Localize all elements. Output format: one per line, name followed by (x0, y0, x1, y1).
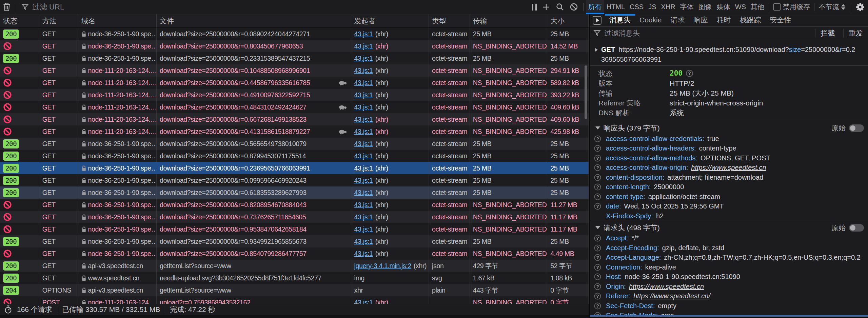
header-row[interactable]: ?access-control-allow-origin:https://www… (590, 163, 868, 173)
filter-url-input[interactable]: 过滤 URL (19, 2, 529, 12)
request-row[interactable]: GETnode-36-250-1-90.spe…download?size=25… (0, 223, 589, 235)
filter-tab-2[interactable]: HTML (604, 0, 627, 14)
column-header-4[interactable]: 文件 (157, 14, 351, 27)
header-value[interactable]: https://www.speedtest.cn (629, 283, 704, 291)
initiator-link[interactable]: 43.js:1 (354, 101, 373, 113)
request-row[interactable]: GETnode-111-20-163-124.…download?size=25… (0, 113, 589, 125)
details-tab-4[interactable]: 响应 (689, 14, 712, 26)
header-row[interactable]: X-Firefox-Spdy:h2 (590, 211, 868, 221)
initiator-link[interactable]: 43.js:1 (354, 113, 373, 125)
header-row[interactable]: ?content-type:application/octet-stream (590, 192, 868, 202)
initiator-link[interactable]: 43.js:1 (354, 223, 373, 235)
initiator-link[interactable]: 43.js:1 (354, 186, 373, 199)
block-button[interactable]: 拦截 (815, 29, 840, 38)
filter-tab-7[interactable]: 图像 (696, 0, 714, 14)
search-button[interactable] (553, 0, 567, 14)
filter-tab-6[interactable]: 字体 (678, 0, 696, 14)
raw-toggle[interactable] (849, 224, 864, 232)
request-row[interactable]: GETnode-111-20-163-124.…download?size=25… (0, 64, 589, 77)
column-header-3[interactable]: 域名 (78, 14, 157, 27)
header-row[interactable]: ?content-disposition:attachment; filenam… (590, 173, 868, 182)
header-row[interactable]: ?access-control-allow-methods:OPTIONS, G… (590, 153, 868, 163)
details-tab-3[interactable]: 请求 (666, 14, 689, 26)
details-tab-1[interactable]: 消息头 (605, 14, 635, 26)
initiator-link[interactable]: 43.js:1 (354, 247, 373, 260)
header-value[interactable]: https://www.speedtest.cn (691, 164, 766, 172)
request-row[interactable]: POSTnode-111-20-163-124.…upload?r=0.7593… (0, 296, 589, 304)
help-icon[interactable]: ? (594, 283, 601, 290)
settings-button[interactable] (852, 0, 868, 14)
details-tab-7[interactable]: 安全性 (765, 14, 795, 26)
initiator-link[interactable]: 43.js:1 (354, 89, 373, 101)
initiator-link[interactable]: 43.js:1 (354, 40, 373, 52)
help-icon[interactable]: ? (594, 293, 601, 300)
help-icon[interactable]: ? (686, 70, 693, 77)
split-console-icon[interactable] (593, 16, 601, 25)
initiator-link[interactable]: 43.js:1 (354, 162, 373, 174)
clear-requests-button[interactable] (0, 0, 14, 14)
filter-tab-4[interactable]: JS (646, 0, 658, 14)
request-list-scrollbar[interactable] (585, 65, 587, 119)
help-icon[interactable]: ? (594, 145, 601, 152)
help-icon[interactable]: ? (594, 244, 601, 251)
header-row[interactable]: ?Origin:https://www.speedtest.cn (590, 282, 868, 292)
filter-tab-3[interactable]: CSS (627, 0, 646, 14)
details-tab-2[interactable]: Cookie (635, 14, 666, 26)
help-icon[interactable]: ? (594, 155, 601, 161)
details-tab-5[interactable]: 耗时 (712, 14, 735, 26)
help-icon[interactable]: ? (594, 164, 601, 171)
initiator-link[interactable]: 43.js:1 (354, 199, 373, 211)
expand-caret-icon[interactable] (595, 48, 598, 52)
header-value[interactable]: https://www.speedtest.cn/ (633, 292, 710, 300)
request-row[interactable]: GETnode-36-250-1-90.spe…download?size=25… (0, 211, 589, 223)
request-headers-section[interactable]: 请求头 (498 字节) 原始 (590, 222, 868, 234)
request-row[interactable]: GETnode-36-250-1-90.spe…download?size=25… (0, 40, 589, 52)
request-row[interactable]: GETnode-111-20-163-124.…download?size=25… (0, 125, 589, 138)
resend-button[interactable]: 重发 (843, 29, 868, 38)
header-row[interactable]: ?Accept-Encoding:gzip, deflate, br, zstd (590, 243, 868, 253)
header-row[interactable]: ?Referer:https://www.speedtest.cn/ (590, 292, 868, 301)
initiator-link[interactable]: 43.js:1 (354, 174, 373, 186)
help-icon[interactable]: ? (594, 264, 601, 271)
initiator-link[interactable]: 43.js:1 (354, 235, 373, 247)
initiator-link[interactable]: 43.js:1 (354, 296, 373, 304)
block-request-button[interactable] (567, 0, 581, 14)
initiator-link[interactable]: 43.js:1 (354, 64, 373, 77)
header-row[interactable]: ?Sec-Fetch-Dest:empty (590, 301, 868, 311)
header-row[interactable]: ?Accept:*/* (590, 234, 868, 243)
request-row[interactable]: 200GETnode-36-250-1-90.spe…download?size… (0, 138, 589, 150)
request-row[interactable]: GETnode-111-20-163-124.…download?size=25… (0, 77, 589, 89)
request-row[interactable]: 200GETnode-36-250-1-90.spe…download?size… (0, 28, 589, 40)
request-row[interactable]: 200GETnode-36-250-1-90.spe…download?size… (0, 235, 589, 247)
throttle-select[interactable]: 不节流 (817, 2, 847, 12)
filter-tab-8[interactable]: 媒体 (714, 0, 733, 14)
help-icon[interactable]: ? (594, 203, 601, 210)
disable-cache-checkbox[interactable]: 禁用缓存 (772, 2, 812, 12)
initiator-link[interactable]: 43.js:1 (354, 150, 373, 162)
help-icon[interactable]: ? (594, 302, 601, 309)
request-row[interactable]: 200GETnode-36-250-1-90.spe…download?size… (0, 186, 589, 199)
request-row[interactable]: GETnode-36-250-1-90.spe…download?size=25… (0, 199, 589, 211)
help-icon[interactable]: ? (594, 174, 601, 181)
help-icon[interactable]: ? (594, 184, 601, 191)
help-icon[interactable]: ? (594, 135, 601, 142)
help-icon[interactable]: ? (594, 235, 601, 242)
initiator-link[interactable]: 43.js:1 (354, 28, 373, 40)
request-row[interactable]: 200GETnode-36-250-1-90.spe…download?size… (0, 174, 589, 186)
request-row[interactable]: GETnode-36-250-1-90.spe…download?size=25… (0, 247, 589, 260)
filter-tab-9[interactable]: WS (733, 0, 748, 14)
request-row[interactable]: GETnode-111-20-163-124.…download?size=25… (0, 89, 589, 101)
new-request-button[interactable] (539, 0, 553, 14)
request-row[interactable]: 200GETwww.speedtest.cnneedle-upload.svg?… (0, 272, 589, 284)
initiator-link[interactable]: 43.js:1 (354, 125, 373, 138)
request-row[interactable]: 200GETnode-36-250-1-90.spe…download?size… (0, 162, 589, 174)
column-header-5[interactable]: 发起者 (351, 14, 429, 27)
filter-tab-10[interactable]: 其他 (748, 0, 767, 14)
initiator-link[interactable]: 43.js:1 (354, 77, 373, 89)
header-row[interactable]: ?date:Wed, 15 Oct 2025 15:29:56 GMT (590, 202, 868, 212)
filter-tab-5[interactable]: XHR (659, 0, 678, 14)
help-icon[interactable]: ? (594, 254, 601, 261)
column-header-1[interactable]: 状态 (0, 14, 39, 27)
header-row[interactable]: ?Connection:keep-alive (590, 262, 868, 272)
header-row[interactable]: ?Accept-Language:zh-CN,zh;q=0.8,zh-TW;q=… (590, 253, 868, 263)
